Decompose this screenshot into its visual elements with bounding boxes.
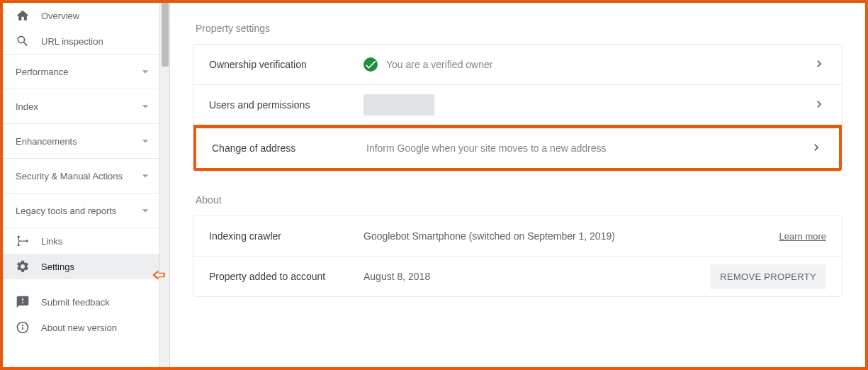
sidebar-section-label: Performance xyxy=(16,67,138,77)
sidebar-item-label: URL inspection xyxy=(41,36,152,47)
sidebar-item-label: Overview xyxy=(41,11,152,21)
row-value: Googlebot Smartphone (switched on Septem… xyxy=(363,230,615,242)
row-label: Property added to account xyxy=(209,271,351,282)
sidebar-item-overview[interactable]: Overview xyxy=(3,3,159,28)
chevron-down-icon xyxy=(138,203,152,218)
sidebar-item-about[interactable]: About new version xyxy=(3,315,159,340)
section-title-about: About xyxy=(196,194,842,206)
sidebar-item-links[interactable]: Links xyxy=(3,228,159,254)
row-label: Users and permissions xyxy=(209,99,351,111)
row-users-permissions[interactable]: Users and permissions xyxy=(193,85,842,125)
row-label: Ownership verification xyxy=(209,59,351,70)
links-icon xyxy=(16,234,30,248)
sidebar-item-label: Submit feedback xyxy=(41,297,152,308)
row-indexing-crawler: Indexing crawler Googlebot Smartphone (s… xyxy=(193,216,842,256)
row-label: Change of address xyxy=(212,142,354,154)
sidebar-section-label: Security & Manual Actions xyxy=(16,171,138,181)
sidebar-section-label: Legacy tools and reports xyxy=(16,206,138,216)
row-change-of-address[interactable]: Change of address Inform Google when you… xyxy=(196,128,839,168)
svg-point-0 xyxy=(18,236,20,238)
sidebar-section-security[interactable]: Security & Manual Actions xyxy=(3,159,159,193)
sidebar-item-label: Links xyxy=(41,236,152,247)
sidebar-section-performance[interactable]: Performance xyxy=(3,55,159,89)
section-title-property-settings: Property settings xyxy=(196,23,842,34)
sidebar-section-label: Enhancements xyxy=(16,136,138,147)
svg-point-2 xyxy=(26,240,28,242)
sidebar-item-label: About new version xyxy=(41,323,152,333)
chevron-right-icon xyxy=(809,140,823,157)
home-icon xyxy=(16,9,30,23)
row-status: You are a verified owner xyxy=(386,59,492,70)
highlight-box: Change of address Inform Google when you… xyxy=(193,125,842,172)
chevron-right-icon xyxy=(812,97,826,113)
sidebar-section-label: Index xyxy=(16,101,138,112)
learn-more-link[interactable]: Learn more xyxy=(779,231,826,242)
row-ownership-verification[interactable]: Ownership verification You are a verifie… xyxy=(193,45,842,84)
check-circle-icon xyxy=(363,57,378,72)
property-settings-card: Ownership verification You are a verifie… xyxy=(193,44,842,172)
svg-point-1 xyxy=(18,244,20,246)
chevron-down-icon xyxy=(138,169,152,183)
redacted-box xyxy=(363,94,434,116)
chevron-down-icon xyxy=(138,134,152,148)
sidebar-item-label: Settings xyxy=(41,262,152,272)
search-icon xyxy=(16,34,30,48)
row-property-added: Property added to account August 8, 2018… xyxy=(193,257,842,296)
remove-property-button[interactable]: REMOVE PROPERTY xyxy=(710,264,826,289)
chevron-down-icon xyxy=(138,99,152,113)
about-card: Indexing crawler Googlebot Smartphone (s… xyxy=(193,215,842,297)
main-content: Property settings Ownership verification… xyxy=(170,3,865,367)
scrollbar[interactable] xyxy=(160,3,170,367)
row-value: August 8, 2018 xyxy=(363,271,430,282)
chevron-down-icon xyxy=(138,65,152,79)
sidebar: Overview URL inspection Performance Inde… xyxy=(3,3,160,367)
sidebar-item-feedback[interactable]: Submit feedback xyxy=(3,289,159,315)
chevron-right-icon xyxy=(812,57,826,73)
feedback-icon xyxy=(16,295,30,309)
sidebar-section-legacy[interactable]: Legacy tools and reports xyxy=(3,194,159,228)
row-hint: Inform Google when your site moves to a … xyxy=(366,142,607,154)
info-icon xyxy=(16,320,30,335)
sidebar-item-url-inspection[interactable]: URL inspection xyxy=(3,28,159,54)
sidebar-section-index[interactable]: Index xyxy=(3,89,159,123)
sidebar-section-enhancements[interactable]: Enhancements xyxy=(3,124,159,158)
row-label: Indexing crawler xyxy=(209,230,351,242)
gear-icon xyxy=(16,259,30,274)
sidebar-item-settings[interactable]: Settings xyxy=(3,254,159,279)
svg-point-5 xyxy=(23,325,23,325)
